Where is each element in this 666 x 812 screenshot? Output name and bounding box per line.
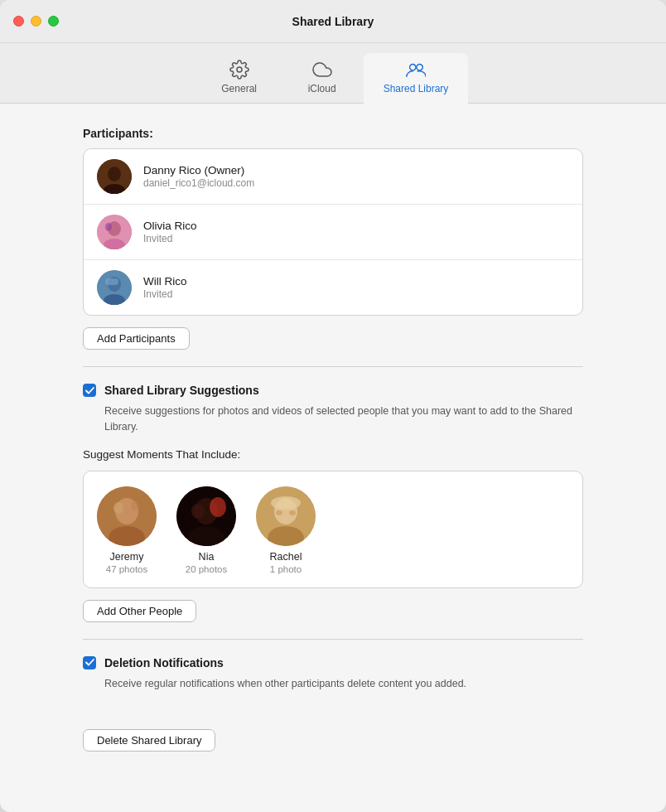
svg-point-29: [289, 510, 296, 515]
svg-rect-13: [105, 278, 118, 285]
moments-label: Suggest Moments That Include:: [83, 448, 583, 461]
add-other-people-button[interactable]: Add Other People: [83, 600, 196, 622]
delete-shared-library-button[interactable]: Delete Shared Library: [83, 729, 215, 752]
avatar-nia-img: [176, 486, 236, 546]
divider-2: [83, 639, 583, 640]
divider-1: [83, 366, 583, 367]
avatar-nia: [176, 486, 236, 546]
suggestions-description: Receive suggestions for photos and video…: [104, 404, 583, 435]
cloud-icon: [312, 60, 332, 80]
person-nia[interactable]: Nia 20 photos: [176, 486, 236, 574]
suggestions-checkbox-row: Shared Library Suggestions: [83, 384, 583, 397]
participant-info-danny: Danny Rico (Owner) daniel_rico1@icloud.c…: [143, 164, 254, 189]
avatar-danny: [97, 159, 132, 194]
participant-info-olivia: Olivia Rico Invited: [143, 220, 197, 244]
deletion-label: Deletion Notifications: [104, 656, 224, 669]
participant-row-danny: Danny Rico (Owner) daniel_rico1@icloud.c…: [84, 149, 582, 205]
svg-point-18: [131, 501, 139, 511]
tab-icloud-label: iCloud: [308, 83, 336, 94]
svg-point-2: [417, 65, 422, 70]
svg-point-0: [237, 67, 242, 72]
checkmark-icon: [85, 386, 94, 395]
suggestions-label: Shared Library Suggestions: [104, 384, 259, 397]
svg-point-22: [210, 497, 226, 517]
avatar-danny-face: [97, 159, 132, 194]
suggest-box: Jeremy 47 photos Nia 20 photos: [83, 471, 583, 588]
svg-point-9: [105, 223, 112, 231]
participant-info-will: Will Rico Invited: [143, 275, 187, 300]
close-button[interactable]: [13, 16, 24, 27]
participant-name-danny: Danny Rico (Owner): [143, 164, 254, 176]
main-window: Shared Library General iCloud Shared Lib…: [0, 0, 666, 812]
person-count-jeremy: 47 photos: [106, 564, 148, 574]
svg-point-4: [108, 167, 121, 181]
svg-point-23: [191, 504, 205, 519]
window-title: Shared Library: [292, 15, 374, 28]
tab-shared-library-label: Shared Library: [384, 83, 449, 94]
person-name-rachel: Rachel: [270, 551, 302, 563]
svg-point-17: [113, 502, 123, 514]
person-count-nia: 20 photos: [186, 564, 228, 574]
avatar-will: [97, 270, 132, 305]
deletion-checkbox-row: Deletion Notifications: [83, 656, 583, 669]
tab-shared-library[interactable]: Shared Library: [364, 53, 469, 103]
toolbar: General iCloud Shared Library: [0, 43, 666, 104]
participant-sub-will: Invited: [143, 288, 187, 300]
tab-general-label: General: [221, 83, 257, 94]
participant-sub-olivia: Invited: [143, 233, 197, 244]
participant-row-olivia: Olivia Rico Invited: [84, 205, 582, 260]
person-rachel[interactable]: Rachel 1 photo: [256, 486, 316, 574]
participants-list: Danny Rico (Owner) daniel_rico1@icloud.c…: [83, 148, 583, 316]
traffic-lights: [13, 16, 59, 27]
gear-icon: [229, 60, 249, 80]
tab-icloud[interactable]: iCloud: [281, 53, 364, 103]
avatar-will-face: [97, 270, 132, 305]
avatar-rachel-img: [256, 486, 316, 546]
person-count-rachel: 1 photo: [270, 564, 302, 574]
tab-general[interactable]: General: [198, 53, 281, 103]
person-name-nia: Nia: [199, 551, 215, 563]
add-participants-button[interactable]: Add Participants: [83, 327, 190, 350]
person-jeremy[interactable]: Jeremy 47 photos: [97, 486, 157, 574]
deletion-description: Receive regular notifications when other…: [104, 676, 583, 692]
svg-point-28: [276, 510, 282, 515]
title-bar: Shared Library: [0, 0, 666, 43]
participant-name-olivia: Olivia Rico: [143, 220, 197, 232]
avatar-jeremy: [97, 486, 157, 546]
participant-row-will: Will Rico Invited: [84, 260, 582, 315]
minimize-button[interactable]: [31, 16, 41, 27]
suggestions-checkbox[interactable]: [83, 384, 96, 397]
svg-point-27: [271, 496, 301, 510]
maximize-button[interactable]: [48, 16, 59, 27]
content-area: Participants: Danny Rico (Owner) daniel_…: [0, 104, 666, 812]
svg-point-1: [410, 65, 416, 70]
shared-library-icon: [406, 60, 426, 80]
checkmark-deletion-icon: [85, 658, 94, 667]
avatar-olivia-face: [97, 215, 132, 249]
person-name-jeremy: Jeremy: [110, 551, 144, 563]
deletion-checkbox[interactable]: [83, 656, 96, 669]
participant-name-will: Will Rico: [143, 275, 187, 288]
participants-label: Participants:: [83, 127, 583, 140]
participant-sub-danny: daniel_rico1@icloud.com: [143, 177, 254, 189]
avatar-olivia: [97, 215, 132, 249]
avatar-rachel: [256, 486, 316, 546]
avatar-jeremy-img: [97, 486, 157, 546]
